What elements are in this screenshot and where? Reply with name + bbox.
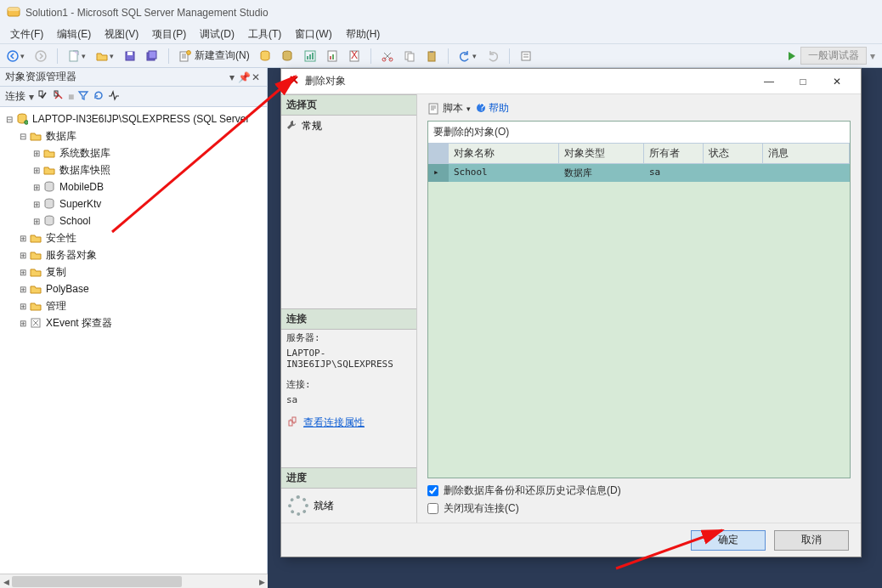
folder-icon bbox=[29, 129, 42, 143]
folder-icon bbox=[42, 163, 56, 177]
stop-icon[interactable]: ■ bbox=[68, 91, 74, 103]
database-icon bbox=[42, 214, 56, 228]
scroll-right-icon[interactable]: ▶ bbox=[256, 574, 268, 588]
page-general[interactable]: 常规 bbox=[281, 116, 416, 137]
db-query-icon[interactable] bbox=[257, 47, 275, 65]
debug-config-dropdown[interactable]: 一般调试器 bbox=[800, 47, 867, 65]
menu-tools[interactable]: 工具(T) bbox=[241, 27, 288, 42]
svg-rect-38 bbox=[292, 417, 296, 422]
svg-rect-37 bbox=[289, 421, 292, 426]
dialog-titlebar[interactable]: 删除对象 — □ ✕ bbox=[281, 69, 861, 94]
connect-icon[interactable] bbox=[37, 89, 49, 104]
new-query-button[interactable]: 新建查询(N) bbox=[176, 47, 253, 65]
paste-button[interactable] bbox=[422, 47, 441, 65]
script-dropdown[interactable]: 脚本 ▾ bbox=[427, 101, 471, 116]
menu-window[interactable]: 窗口(W) bbox=[288, 27, 338, 42]
maximize-button[interactable]: □ bbox=[786, 70, 820, 93]
menu-project[interactable]: 项目(P) bbox=[145, 27, 193, 42]
conn-label: 连接: bbox=[281, 376, 416, 393]
view-connection-properties-link[interactable]: 查看连接属性 bbox=[303, 416, 365, 430]
connect-label[interactable]: 连接 bbox=[5, 89, 25, 104]
tree-system-databases[interactable]: ⊞系统数据库 bbox=[3, 144, 267, 161]
help-link[interactable]: ? 帮助 bbox=[476, 101, 509, 116]
row-selector-header[interactable] bbox=[428, 143, 449, 164]
col-status[interactable]: 状态 bbox=[704, 143, 763, 164]
dialog-right-pane: 脚本 ▾ ? 帮助 要删除的对象(O) 对象名称 bbox=[417, 94, 861, 523]
analysis-icon[interactable] bbox=[301, 47, 319, 65]
ok-button[interactable]: 确定 bbox=[691, 530, 766, 551]
tree-xevent[interactable]: ⊞XEvent 探查器 bbox=[3, 314, 267, 331]
tree-databases[interactable]: ⊟数据库 bbox=[3, 127, 267, 144]
objects-list-title: 要删除的对象(O) bbox=[428, 122, 850, 143]
copy-button[interactable] bbox=[400, 47, 419, 65]
database-icon bbox=[42, 197, 56, 211]
server-label: 服务器: bbox=[281, 330, 416, 346]
col-owner[interactable]: 所有者 bbox=[644, 143, 704, 164]
redo-button[interactable] bbox=[483, 47, 502, 65]
tree-db-superktv[interactable]: ⊞SuperKtv bbox=[3, 195, 267, 212]
horizontal-scrollbar[interactable]: ◀ ▶ bbox=[0, 574, 268, 588]
close-existing-connections-checkbox[interactable]: 关闭现有连接(C) bbox=[427, 501, 851, 516]
col-message[interactable]: 消息 bbox=[763, 143, 850, 164]
tree-security[interactable]: ⊞安全性 bbox=[3, 229, 267, 246]
svg-rect-8 bbox=[149, 51, 156, 59]
nav-forward-button[interactable] bbox=[31, 47, 50, 65]
menubar: 文件(F) 编辑(E) 视图(V) 项目(P) 调试(D) 工具(T) 窗口(W… bbox=[0, 25, 882, 44]
panel-close-icon[interactable]: ✕ bbox=[250, 71, 262, 83]
objects-table[interactable]: 对象名称 对象类型 所有者 状态 消息 ▸ School 数据库 sa bbox=[428, 143, 850, 478]
refresh-icon[interactable] bbox=[93, 89, 105, 104]
pin-icon[interactable]: 📌 bbox=[238, 71, 250, 83]
report-icon[interactable] bbox=[323, 47, 342, 65]
scroll-thumb[interactable] bbox=[12, 576, 182, 587]
col-type[interactable]: 对象类型 bbox=[559, 143, 644, 164]
object-explorer-toolbar: 连接▾ ■ bbox=[0, 87, 267, 107]
tree-db-school[interactable]: ⊞School bbox=[3, 212, 267, 229]
menu-file[interactable]: 文件(F) bbox=[3, 27, 50, 42]
db-engine-icon[interactable] bbox=[279, 47, 297, 65]
object-explorer-tree[interactable]: ⊟LAPTOP-IN3E6IJP\SQLEXPRESS (SQL Server … bbox=[0, 107, 267, 588]
svg-point-10 bbox=[187, 50, 191, 54]
tree-replication[interactable]: ⊞复制 bbox=[3, 263, 267, 280]
activity-icon[interactable] bbox=[108, 89, 120, 104]
table-row[interactable]: ▸ School 数据库 sa bbox=[428, 164, 850, 182]
tree-db-mobile[interactable]: ⊞MobileDB bbox=[3, 178, 267, 195]
scroll-left-icon[interactable]: ◀ bbox=[0, 574, 12, 588]
svg-point-3 bbox=[36, 51, 46, 61]
conn-value: sa bbox=[281, 393, 416, 407]
menu-view[interactable]: 视图(V) bbox=[98, 27, 145, 42]
close-button[interactable]: ✕ bbox=[820, 70, 854, 93]
folder-icon bbox=[42, 146, 56, 160]
open-file-dropdown[interactable] bbox=[93, 47, 117, 65]
xmla-icon[interactable]: X bbox=[345, 47, 364, 65]
menu-debug[interactable]: 调试(D) bbox=[193, 27, 241, 42]
filter-icon[interactable] bbox=[77, 89, 89, 104]
debug-start-icon[interactable] bbox=[783, 47, 800, 65]
tree-server-node[interactable]: ⊟LAPTOP-IN3E6IJP\SQLEXPRESS (SQL Server bbox=[3, 110, 267, 127]
folder-icon bbox=[29, 282, 42, 296]
tree-polybase[interactable]: ⊞PolyBase bbox=[3, 280, 267, 297]
menu-edit[interactable]: 编辑(E) bbox=[50, 27, 98, 42]
disconnect-icon[interactable] bbox=[53, 89, 65, 104]
props-button[interactable] bbox=[517, 47, 535, 65]
save-all-button[interactable] bbox=[143, 47, 161, 65]
svg-rect-18 bbox=[330, 56, 331, 59]
new-item-dropdown[interactable] bbox=[65, 47, 89, 65]
cancel-button[interactable]: 取消 bbox=[774, 530, 849, 551]
menu-help[interactable]: 帮助(H) bbox=[339, 27, 387, 42]
save-button[interactable] bbox=[121, 47, 139, 65]
undo-dropdown[interactable] bbox=[455, 47, 480, 65]
nav-back-dropdown[interactable] bbox=[3, 47, 28, 65]
minimize-button[interactable]: — bbox=[752, 70, 786, 93]
cut-button[interactable] bbox=[378, 47, 397, 65]
tree-management[interactable]: ⊞管理 bbox=[3, 297, 267, 314]
titlebar: Solution1 - Microsoft SQL Server Managem… bbox=[0, 0, 882, 25]
panel-options-icon[interactable]: ▾ bbox=[226, 71, 238, 83]
delete-backup-history-checkbox[interactable]: 删除数据库备份和还原历史记录信息(D) bbox=[427, 483, 851, 498]
svg-rect-15 bbox=[309, 54, 311, 59]
row-selector[interactable]: ▸ bbox=[428, 164, 449, 182]
tree-database-snapshots[interactable]: ⊞数据库快照 bbox=[3, 161, 267, 178]
tree-server-objects[interactable]: ⊞服务器对象 bbox=[3, 246, 267, 263]
progress-status: 就绪 bbox=[314, 499, 334, 513]
col-name[interactable]: 对象名称 bbox=[449, 143, 559, 164]
progress-spinner-icon bbox=[288, 495, 308, 516]
